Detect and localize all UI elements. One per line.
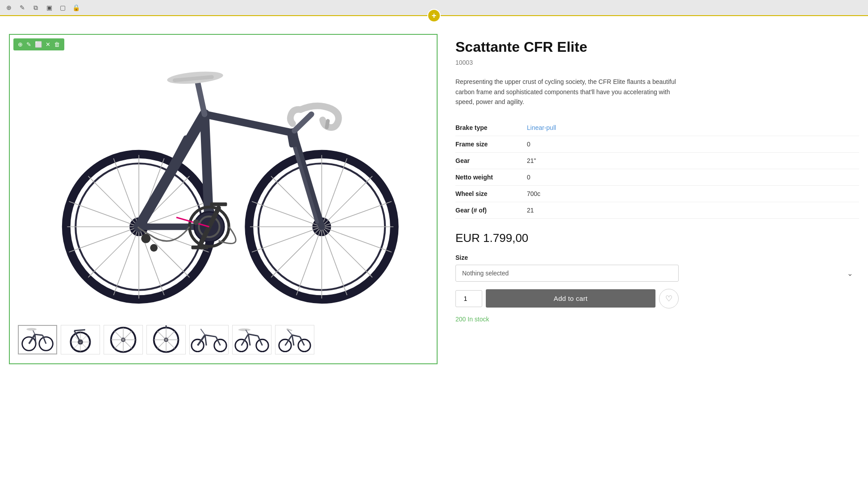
thumbnail-4[interactable] bbox=[146, 325, 186, 354]
size-select-wrapper: Nothing selected S M L XL ⌄ bbox=[455, 265, 859, 282]
spec-label-frame: Frame size bbox=[455, 141, 527, 148]
toolbar-edit-icon[interactable]: ✎ bbox=[17, 2, 28, 13]
toolbar-lock-icon[interactable]: 🔒 bbox=[71, 2, 81, 13]
spec-label-weight: Netto weight bbox=[455, 174, 527, 181]
image-section: ⊕ ✎ ⬜ ✕ 🗑 bbox=[9, 34, 438, 478]
svg-line-85 bbox=[74, 330, 85, 331]
svg-rect-59 bbox=[192, 246, 209, 249]
size-label: Size bbox=[455, 254, 859, 261]
image-move-icon[interactable]: ⊕ bbox=[17, 40, 24, 49]
specs-table: Brake type Linear-pull Frame size 0 Gear… bbox=[455, 120, 859, 219]
spec-label-gear: Gear bbox=[455, 157, 527, 164]
top-toolbar: ⊕ ✎ ⧉ ▣ ▢ 🔒 + bbox=[0, 0, 868, 16]
spec-gear-count: Gear (# of) 21 bbox=[455, 202, 859, 219]
add-to-cart-row: 1 Add to cart ♡ bbox=[455, 289, 679, 308]
main-product-image bbox=[14, 39, 432, 321]
heart-icon: ♡ bbox=[665, 294, 672, 304]
spec-gear: Gear 21" bbox=[455, 153, 859, 169]
image-container: ⊕ ✎ ⬜ ✕ 🗑 bbox=[9, 34, 438, 364]
svg-point-62 bbox=[141, 234, 150, 243]
spec-label-brake: Brake type bbox=[455, 124, 527, 131]
spec-value-gear: 21" bbox=[527, 157, 536, 164]
svg-rect-60 bbox=[210, 202, 227, 206]
svg-line-70 bbox=[35, 334, 42, 335]
svg-line-69 bbox=[35, 334, 36, 344]
toolbar-copy-icon[interactable]: ⧉ bbox=[30, 2, 41, 13]
thumbnail-1[interactable] bbox=[18, 325, 57, 354]
product-price: EUR 1.799,00 bbox=[455, 231, 859, 245]
spec-value-weight: 0 bbox=[527, 174, 530, 181]
image-edit-icon[interactable]: ✎ bbox=[25, 40, 32, 49]
image-cancel-icon[interactable]: ✕ bbox=[45, 40, 51, 49]
spec-label-gear-count: Gear (# of) bbox=[455, 207, 527, 214]
product-title: Scattante CFR Elite bbox=[455, 38, 859, 55]
stock-info: 200 In stock bbox=[455, 316, 859, 323]
thumbnail-6[interactable] bbox=[232, 325, 271, 354]
spec-brake-type: Brake type Linear-pull bbox=[455, 120, 859, 136]
toolbar-frame-icon[interactable]: ▢ bbox=[57, 2, 68, 13]
spec-frame-size: Frame size 0 bbox=[455, 136, 859, 153]
add-to-cart-button[interactable]: Add to cart bbox=[486, 289, 655, 308]
image-save-icon[interactable]: ⬜ bbox=[34, 40, 43, 49]
thumbnail-5[interactable] bbox=[189, 325, 229, 354]
thumbnail-row bbox=[14, 321, 432, 359]
wishlist-button[interactable]: ♡ bbox=[659, 289, 679, 308]
spec-value-gear-count: 21 bbox=[527, 207, 534, 214]
spec-netto-weight: Netto weight 0 bbox=[455, 169, 859, 186]
spec-label-wheel: Wheel size bbox=[455, 190, 527, 197]
image-edit-toolbar: ⊕ ✎ ⬜ ✕ 🗑 bbox=[13, 38, 64, 50]
spec-value-brake[interactable]: Linear-pull bbox=[527, 124, 556, 131]
svg-point-64 bbox=[193, 219, 199, 225]
size-select[interactable]: Nothing selected S M L XL bbox=[455, 265, 679, 282]
toolbar-move-icon[interactable]: ⊕ bbox=[4, 2, 14, 13]
spec-wheel-size: Wheel size 700c bbox=[455, 186, 859, 202]
thumbnail-7[interactable] bbox=[275, 325, 314, 354]
product-description: Representing the upper crust of cycling … bbox=[455, 77, 679, 107]
spec-value-frame: 0 bbox=[527, 141, 530, 148]
spec-value-wheel: 700c bbox=[527, 190, 540, 197]
quantity-input[interactable]: 1 bbox=[455, 290, 482, 307]
svg-point-63 bbox=[150, 244, 158, 252]
svg-line-40 bbox=[204, 114, 209, 227]
image-delete-icon[interactable]: 🗑 bbox=[53, 40, 61, 49]
toolbar-layers-icon[interactable]: ▣ bbox=[44, 2, 54, 13]
svg-point-73 bbox=[26, 328, 37, 330]
chevron-down-icon: ⌄ bbox=[847, 269, 853, 277]
thumbnail-2[interactable] bbox=[61, 325, 100, 354]
center-add-button[interactable]: + bbox=[427, 9, 441, 22]
product-sku: 10003 bbox=[455, 59, 859, 66]
main-content: ⊕ ✎ ⬜ ✕ 🗑 bbox=[0, 16, 868, 487]
product-section: Scattante CFR Elite 10003 Representing t… bbox=[455, 34, 859, 478]
svg-rect-65 bbox=[19, 326, 56, 354]
thumbnail-3[interactable] bbox=[104, 325, 143, 354]
svg-point-125 bbox=[238, 329, 250, 331]
